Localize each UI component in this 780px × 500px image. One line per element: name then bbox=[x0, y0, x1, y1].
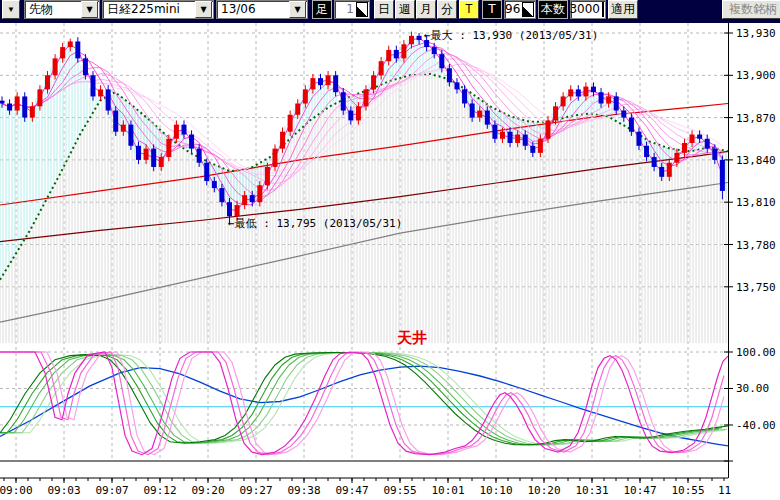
contract-month-value: 13/06 bbox=[217, 1, 288, 18]
time-tick-label: 09:00 bbox=[0, 484, 33, 497]
tick-count-input[interactable]: 96 bbox=[504, 0, 536, 19]
spinner-icon[interactable] bbox=[522, 2, 534, 17]
chevron-down-icon[interactable]: ▼ bbox=[195, 1, 212, 18]
price-axis: 13,93013,90013,87013,84013,81013,78013,7… bbox=[724, 23, 776, 478]
bar-interval-input[interactable]: 1 bbox=[334, 0, 370, 19]
bars-count-value: 3000 bbox=[569, 1, 602, 18]
chart-canvas: ←最大 : 13,930 (2013/05/31)←最低 : 13,795 (2… bbox=[0, 23, 780, 500]
bar-interval-value: 1 bbox=[346, 1, 356, 18]
apply-button[interactable]: 適用 bbox=[608, 0, 638, 19]
multi-symbol-button: 複数銘柄 bbox=[722, 0, 780, 19]
time-tick-label: 10:10 bbox=[479, 484, 512, 497]
contract-month-select[interactable]: 13/06 ▼ bbox=[216, 0, 308, 19]
price-tick-label: 13,810 bbox=[736, 196, 776, 209]
tick-count-value: 96 bbox=[505, 1, 522, 18]
low-annotation: ←最低 : 13,795 (2013/05/31) bbox=[228, 217, 402, 230]
instrument-value: 日経225mini bbox=[103, 1, 194, 18]
price-tick-label: 13,750 bbox=[736, 281, 776, 294]
time-tick-label: 09:55 bbox=[383, 484, 416, 497]
price-tick-label: 13,930 bbox=[736, 27, 776, 40]
time-tick-label: 09:47 bbox=[335, 484, 368, 497]
bars-count-input[interactable]: 3000 bbox=[570, 0, 606, 19]
toolbar: ▼ 先物 ▼ 日経225mini ▼ 13/06 ▼ 足 1 日 週 月 分 T… bbox=[0, 0, 780, 23]
bars-count-label: 本数 bbox=[538, 0, 568, 19]
oscillator-tick-label: 30.00 bbox=[736, 382, 769, 395]
time-tick-label: 10:20 bbox=[527, 484, 560, 497]
time-tick-label: 09:03 bbox=[47, 484, 80, 497]
time-tick-label: 10:47 bbox=[623, 484, 656, 497]
tick-count-label: T bbox=[482, 0, 502, 19]
time-tick-label: 09:20 bbox=[191, 484, 224, 497]
time-tick-label: 10:55 bbox=[671, 484, 704, 497]
price-tick-label: 13,870 bbox=[736, 112, 776, 125]
high-annotation: ←最大 : 13,930 (2013/05/31) bbox=[424, 29, 598, 42]
main-chart-area[interactable] bbox=[0, 23, 728, 344]
instrument-type-value: 先物 bbox=[25, 1, 80, 18]
time-tick-label: 11 bbox=[718, 484, 731, 497]
price-tick-label: 13,900 bbox=[736, 69, 776, 82]
price-tick-label: 13,840 bbox=[736, 154, 776, 167]
instrument-select[interactable]: 日経225mini ▼ bbox=[102, 0, 214, 19]
time-tick-label: 09:12 bbox=[143, 484, 176, 497]
time-tick-label: 10:31 bbox=[575, 484, 608, 497]
ceiling-annotation: 天井 bbox=[396, 329, 427, 347]
time-axis: 09:0009:0309:0709:1209:2009:2709:3809:47… bbox=[0, 461, 731, 497]
tick-mode-button[interactable]: T bbox=[459, 0, 479, 19]
period-month-button[interactable]: 月 bbox=[416, 0, 436, 19]
period-minute-button[interactable]: 分 bbox=[437, 0, 457, 19]
time-tick-label: 09:07 bbox=[95, 484, 128, 497]
price-tick-label: 13,780 bbox=[736, 239, 776, 252]
period-week-button[interactable]: 週 bbox=[395, 0, 415, 19]
time-tick-label: 09:27 bbox=[239, 484, 272, 497]
spinner-icon[interactable] bbox=[602, 2, 604, 17]
time-tick-label: 09:38 bbox=[287, 484, 320, 497]
period-day-button[interactable]: 日 bbox=[374, 0, 394, 19]
oscillator-tick-label: 100.00 bbox=[736, 346, 776, 359]
chevron-down-icon: ▼ bbox=[7, 5, 15, 14]
chevron-down-icon[interactable]: ▼ bbox=[81, 1, 98, 18]
bar-type-label: 足 bbox=[312, 0, 332, 19]
spinner-icon[interactable] bbox=[356, 2, 368, 17]
time-tick-label: 10:01 bbox=[431, 484, 464, 497]
chevron-down-icon[interactable]: ▼ bbox=[289, 1, 306, 18]
oscillator-tick-label: -40.00 bbox=[736, 419, 776, 432]
window-menu-button[interactable]: ▼ bbox=[2, 0, 20, 19]
instrument-type-select[interactable]: 先物 ▼ bbox=[24, 0, 100, 19]
